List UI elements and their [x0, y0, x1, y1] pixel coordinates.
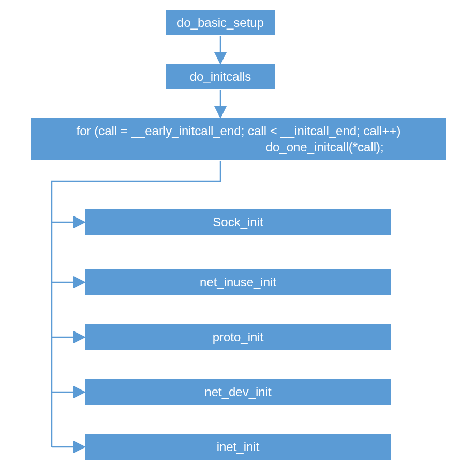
node-sock-init: Sock_init	[84, 208, 392, 236]
node-for-loop: for (call = __early_initcall_end; call <…	[30, 117, 447, 161]
node-inet-init: inet_init	[84, 433, 392, 461]
node-do-initcalls: do_initcalls	[165, 63, 276, 90]
node-proto-init: proto_init	[84, 323, 392, 351]
node-net-inuse-init: net_inuse_init	[84, 268, 392, 296]
node-net-dev-init: net_dev_init	[84, 378, 392, 406]
node-do-basic-setup: do_basic_setup	[165, 9, 276, 36]
